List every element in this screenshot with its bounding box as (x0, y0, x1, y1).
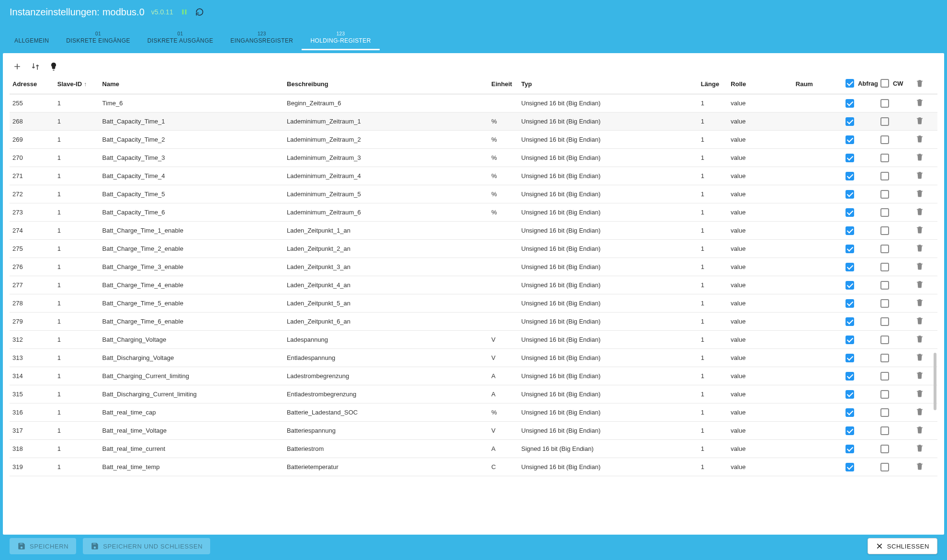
cell-laenge[interactable]: 1 (698, 385, 728, 403)
cell-adresse[interactable]: 269 (10, 131, 55, 149)
abfrage-checkbox[interactable] (846, 372, 854, 381)
cell-beschreibung[interactable]: Laden_Zeitpunkt_3_an (284, 258, 488, 276)
cell-beschreibung[interactable]: Lademinimum_Zeitraum_4 (284, 167, 488, 185)
cell-beschreibung[interactable]: Entladespannung (284, 349, 488, 367)
abfrage-checkbox[interactable] (846, 135, 854, 144)
cell-slave[interactable]: 1 (55, 440, 100, 458)
cell-raum[interactable] (793, 403, 843, 422)
table-row[interactable]: 3171Batt_real_time_VoltageBatteriespannu… (10, 422, 937, 440)
cell-slave[interactable]: 1 (55, 385, 100, 403)
cell-name[interactable]: Batt_real_time_Voltage (100, 422, 284, 440)
abfrage-checkbox[interactable] (846, 336, 854, 344)
cell-laenge[interactable]: 1 (698, 331, 728, 349)
cell-name[interactable]: Batt_Capacity_Time_5 (100, 185, 284, 203)
cell-einheit[interactable]: % (488, 167, 519, 185)
cw-checkbox[interactable] (880, 336, 889, 344)
cell-slave[interactable]: 1 (55, 240, 100, 258)
cell-slave[interactable]: 1 (55, 367, 100, 385)
table-row[interactable]: 3181Batt_real_time_currentBatteriestromA… (10, 440, 937, 458)
cell-slave[interactable]: 1 (55, 294, 100, 313)
cell-raum[interactable] (793, 458, 843, 476)
save-close-button[interactable]: SPEICHERN UND SCHLIESSEN (83, 538, 210, 554)
cell-name[interactable]: Batt_real_time_current (100, 440, 284, 458)
cw-checkbox[interactable] (880, 354, 889, 362)
cell-raum[interactable] (793, 94, 843, 112)
cell-laenge[interactable]: 1 (698, 294, 728, 313)
cell-slave[interactable]: 1 (55, 149, 100, 167)
cell-adresse[interactable]: 271 (10, 167, 55, 185)
table-row[interactable]: 3141Batt_Charging_Current_limitingLadest… (10, 367, 937, 385)
cell-name[interactable]: Batt_Discharging_Current_limiting (100, 385, 284, 403)
col-slave[interactable]: Slave-ID (55, 75, 100, 94)
cw-checkbox[interactable] (880, 172, 889, 180)
cell-einheit[interactable] (488, 294, 519, 313)
cell-name[interactable]: Batt_Capacity_Time_2 (100, 131, 284, 149)
abfrage-checkbox[interactable] (846, 172, 854, 180)
cell-slave[interactable]: 1 (55, 185, 100, 203)
cell-raum[interactable] (793, 385, 843, 403)
cw-checkbox[interactable] (880, 426, 889, 435)
cell-einheit[interactable]: A (488, 440, 519, 458)
cw-checkbox[interactable] (880, 135, 889, 144)
cell-adresse[interactable]: 277 (10, 276, 55, 294)
cell-name[interactable]: Batt_Charge_Time_3_enable (100, 258, 284, 276)
table-row[interactable]: 2741Batt_Charge_Time_1_enableLaden_Zeitp… (10, 222, 937, 240)
cell-einheit[interactable] (488, 313, 519, 331)
cell-laenge[interactable]: 1 (698, 131, 728, 149)
cell-adresse[interactable]: 315 (10, 385, 55, 403)
table-row[interactable]: 2731Batt_Capacity_Time_6Lademinimum_Zeit… (10, 203, 937, 222)
cell-raum[interactable] (793, 349, 843, 367)
ai-tip-icon[interactable] (49, 62, 58, 71)
trash-icon[interactable] (915, 98, 924, 107)
cell-typ[interactable]: Unsigned 16 bit (Big Endian) (519, 203, 698, 222)
cw-checkbox[interactable] (880, 281, 889, 290)
cell-name[interactable]: Time_6 (100, 94, 284, 112)
cell-adresse[interactable]: 275 (10, 240, 55, 258)
cell-beschreibung[interactable]: Ladespannung (284, 331, 488, 349)
cell-typ[interactable]: Unsigned 16 bit (Big Endian) (519, 276, 698, 294)
cell-raum[interactable] (793, 131, 843, 149)
cell-slave[interactable]: 1 (55, 403, 100, 422)
abfrage-checkbox[interactable] (846, 226, 854, 235)
cell-raum[interactable] (793, 185, 843, 203)
trash-icon[interactable] (915, 171, 924, 179)
cell-slave[interactable]: 1 (55, 112, 100, 131)
cell-rolle[interactable]: value (728, 331, 792, 349)
cw-checkbox[interactable] (880, 208, 889, 217)
table-row[interactable]: 2711Batt_Capacity_Time_4Lademinimum_Zeit… (10, 167, 937, 185)
cell-slave[interactable]: 1 (55, 94, 100, 112)
cell-name[interactable]: Batt_Discharging_Voltage (100, 349, 284, 367)
cell-laenge[interactable]: 1 (698, 167, 728, 185)
cell-laenge[interactable]: 1 (698, 112, 728, 131)
cell-typ[interactable]: Signed 16 bit (Big Endian) (519, 440, 698, 458)
trash-icon[interactable] (915, 426, 924, 434)
save-button[interactable]: SPEICHERN (10, 538, 76, 554)
cw-checkbox[interactable] (880, 226, 889, 235)
cell-raum[interactable] (793, 258, 843, 276)
abfrage-checkbox[interactable] (846, 281, 854, 290)
cell-raum[interactable] (793, 313, 843, 331)
cell-typ[interactable]: Unsigned 16 bit (Big Endian) (519, 367, 698, 385)
abfrage-checkbox[interactable] (846, 317, 854, 326)
cell-adresse[interactable]: 279 (10, 313, 55, 331)
cell-name[interactable]: Batt_Charging_Current_limiting (100, 367, 284, 385)
pause-icon[interactable] (180, 8, 189, 16)
sort-swap-icon[interactable] (31, 62, 40, 71)
cell-einheit[interactable]: A (488, 385, 519, 403)
cell-rolle[interactable]: value (728, 422, 792, 440)
cell-beschreibung[interactable]: Entladestrombegrenzung (284, 385, 488, 403)
cell-beschreibung[interactable]: Beginn_Zeitraum_6 (284, 94, 488, 112)
cell-typ[interactable]: Unsigned 16 bit (Big Endian) (519, 258, 698, 276)
abfrage-checkbox[interactable] (846, 426, 854, 435)
trash-icon[interactable] (915, 353, 924, 361)
cw-checkbox[interactable] (880, 445, 889, 453)
cell-einheit[interactable] (488, 276, 519, 294)
cell-rolle[interactable]: value (728, 294, 792, 313)
cell-laenge[interactable]: 1 (698, 240, 728, 258)
cell-name[interactable]: Batt_Charge_Time_5_enable (100, 294, 284, 313)
trash-icon[interactable] (915, 407, 924, 416)
cell-einheit[interactable] (488, 258, 519, 276)
cell-rolle[interactable]: value (728, 185, 792, 203)
table-row[interactable]: 3151Batt_Discharging_Current_limitingEnt… (10, 385, 937, 403)
cell-slave[interactable]: 1 (55, 422, 100, 440)
